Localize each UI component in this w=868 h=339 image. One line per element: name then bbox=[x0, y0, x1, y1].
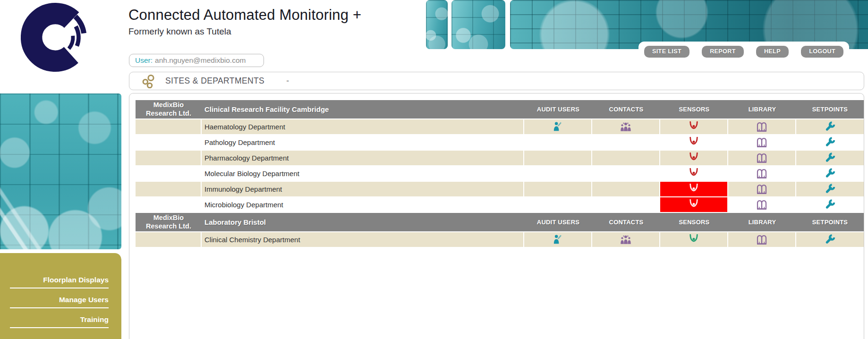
section-title: SITES & DEPARTMENTS bbox=[165, 76, 264, 86]
sites-cluster-icon bbox=[142, 74, 156, 88]
sidebar-link-manage-users[interactable]: Manage Users bbox=[10, 296, 109, 308]
site-name: Laboratory Bristol bbox=[202, 213, 524, 232]
open-book-icon[interactable] bbox=[756, 121, 767, 132]
current-user-box: User: anh.nguyen@medixbio.com bbox=[129, 54, 264, 67]
audit-users-cell bbox=[524, 151, 592, 166]
department-name: Molecular Biology Department bbox=[202, 166, 524, 182]
sidebar-link-floorplan-displays[interactable]: Floorplan Displays bbox=[10, 276, 109, 288]
library-cell bbox=[728, 151, 796, 166]
company-spacer-cell bbox=[136, 232, 202, 248]
top-nav-strip: SITE LIST REPORT HELP LOGOUT bbox=[638, 42, 849, 61]
open-book-icon[interactable] bbox=[756, 137, 767, 148]
company-spacer-cell bbox=[136, 151, 202, 166]
contacts-cell bbox=[592, 166, 660, 182]
wrench-icon[interactable] bbox=[825, 184, 836, 195]
setpoints-cell bbox=[796, 151, 864, 166]
person-edit-icon[interactable] bbox=[552, 121, 563, 132]
sidebar-decorative-image bbox=[0, 93, 121, 249]
sites-departments-bar: SITES & DEPARTMENTS - bbox=[129, 72, 864, 90]
sensors-cell bbox=[660, 119, 728, 135]
help-button[interactable]: HELP bbox=[756, 46, 789, 58]
person-edit-icon[interactable] bbox=[552, 234, 563, 245]
column-header-contacts: CONTACTS bbox=[592, 100, 660, 119]
sidebar-menu: Floorplan Displays Manage Users Training bbox=[0, 253, 121, 339]
open-book-icon[interactable] bbox=[756, 199, 767, 210]
open-book-icon[interactable] bbox=[756, 234, 767, 245]
sensors-cell bbox=[660, 135, 728, 151]
open-book-icon[interactable] bbox=[756, 153, 767, 163]
banner-image-small bbox=[426, 0, 448, 49]
contacts-cell bbox=[592, 135, 660, 151]
sensor-probe-icon[interactable] bbox=[688, 168, 699, 179]
setpoints-cell bbox=[796, 232, 864, 248]
site-name: Clinical Research Facility Cambridge bbox=[202, 100, 524, 119]
open-book-icon[interactable] bbox=[756, 184, 767, 195]
sensor-probe-icon[interactable] bbox=[688, 153, 699, 163]
table-row: Microbiology Department bbox=[136, 197, 864, 213]
department-name: Clinical Chemistry Department bbox=[202, 232, 524, 248]
library-cell bbox=[728, 166, 796, 182]
contacts-cell bbox=[592, 119, 660, 135]
column-header-sensors: SENSORS bbox=[660, 213, 728, 232]
wrench-icon[interactable] bbox=[825, 121, 836, 132]
sensors-alarm-cell bbox=[660, 197, 728, 213]
company-name: MedixBio Research Ltd. bbox=[136, 100, 202, 119]
banner-image-medium bbox=[451, 0, 505, 49]
contacts-cell bbox=[592, 182, 660, 197]
column-header-setpoints: SETPOINTS bbox=[796, 213, 864, 232]
contacts-cell bbox=[592, 232, 660, 248]
people-group-icon[interactable] bbox=[620, 121, 631, 132]
company-spacer-cell bbox=[136, 119, 202, 135]
wrench-icon[interactable] bbox=[825, 168, 836, 179]
library-cell bbox=[728, 232, 796, 248]
table-row: Clinical Chemistry Department bbox=[136, 232, 864, 248]
company-spacer-cell bbox=[136, 182, 202, 197]
report-button[interactable]: REPORT bbox=[702, 46, 744, 58]
people-group-icon[interactable] bbox=[620, 234, 631, 245]
cam-plus-logo bbox=[18, 0, 93, 75]
audit-users-cell bbox=[524, 166, 592, 182]
column-header-contacts: CONTACTS bbox=[592, 213, 660, 232]
table-row: Immunology Department bbox=[136, 182, 864, 197]
company-spacer-cell bbox=[136, 166, 202, 182]
user-email: anh.nguyen@medixbio.com bbox=[155, 56, 246, 65]
library-cell bbox=[728, 119, 796, 135]
site-header-row: MedixBio Research Ltd. Clinical Research… bbox=[136, 100, 864, 119]
sensor-probe-icon[interactable] bbox=[688, 199, 699, 210]
logout-button[interactable]: LOGOUT bbox=[801, 46, 843, 58]
library-cell bbox=[728, 182, 796, 197]
sidebar-link-training[interactable]: Training bbox=[10, 315, 109, 328]
table-row: Haematology Department bbox=[136, 119, 864, 135]
sensor-probe-icon[interactable] bbox=[688, 121, 699, 132]
sensor-probe-icon[interactable] bbox=[688, 184, 699, 195]
department-name: Pathology Department bbox=[202, 135, 524, 151]
site-header-row: MedixBio Research Ltd. Laboratory Bristo… bbox=[136, 213, 864, 232]
audit-users-cell bbox=[524, 182, 592, 197]
department-name: Pharmacology Department bbox=[202, 151, 524, 166]
sensor-probe-icon[interactable] bbox=[688, 137, 699, 148]
contacts-cell bbox=[592, 197, 660, 213]
department-name: Haematology Department bbox=[202, 119, 524, 135]
setpoints-cell bbox=[796, 182, 864, 197]
site-list-button[interactable]: SITE LIST bbox=[644, 46, 689, 58]
column-header-library: LIBRARY bbox=[728, 213, 796, 232]
setpoints-cell bbox=[796, 119, 864, 135]
open-book-icon[interactable] bbox=[756, 168, 767, 179]
sensor-probe-icon[interactable] bbox=[688, 234, 699, 245]
library-cell bbox=[728, 197, 796, 213]
wrench-icon[interactable] bbox=[825, 234, 836, 245]
sites-table-container: MedixBio Research Ltd. Clinical Research… bbox=[129, 93, 864, 339]
wrench-icon[interactable] bbox=[825, 199, 836, 210]
audit-users-cell bbox=[524, 119, 592, 135]
department-name: Microbiology Department bbox=[202, 197, 524, 213]
user-label: User: bbox=[135, 56, 153, 65]
table-row: Molecular Biology Department bbox=[136, 166, 864, 182]
column-header-audit-users: AUDIT USERS bbox=[524, 213, 592, 232]
setpoints-cell bbox=[796, 135, 864, 151]
page-subtitle: Formerly known as Tutela bbox=[128, 26, 231, 37]
library-cell bbox=[728, 135, 796, 151]
audit-users-cell bbox=[524, 135, 592, 151]
wrench-icon[interactable] bbox=[825, 153, 836, 163]
wrench-icon[interactable] bbox=[825, 137, 836, 148]
app-window: Connected Automated Monitoring + Formerl… bbox=[0, 0, 868, 339]
